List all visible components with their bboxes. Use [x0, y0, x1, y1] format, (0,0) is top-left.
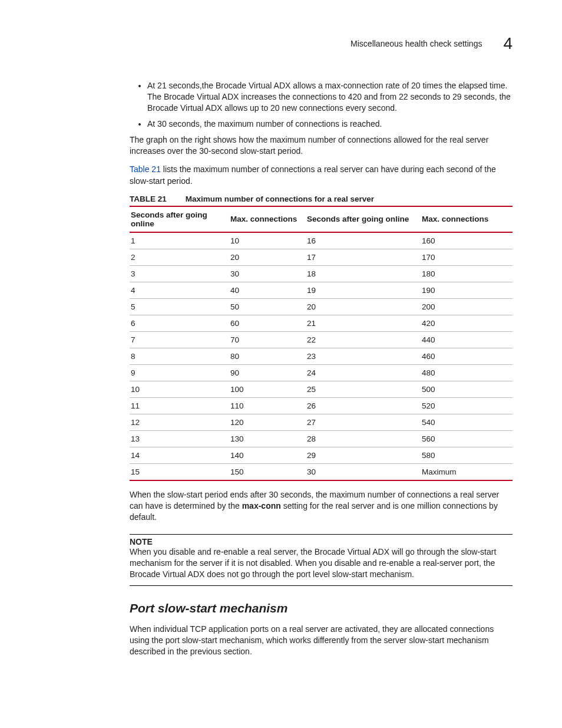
table-cell: 50 — [229, 298, 306, 315]
table-cell: 22 — [306, 331, 421, 348]
paragraph-text: lists the maximum number of connections … — [130, 164, 496, 185]
table-cell: 16 — [306, 232, 421, 249]
table-cell: 120 — [229, 414, 306, 430]
table-row: 1515030Maximum — [130, 463, 513, 480]
table-cell: 18 — [306, 265, 421, 282]
paragraph-after-table: When the slow-start period ends after 30… — [130, 489, 513, 523]
table-cell: 8 — [130, 348, 229, 364]
cross-reference-link[interactable]: Table 21 — [130, 164, 161, 174]
table-cell: 7 — [130, 331, 229, 348]
table-cell: 90 — [229, 364, 306, 381]
table-cell: 420 — [421, 315, 513, 331]
table-row: 22017170 — [130, 249, 513, 265]
note-block: NOTE When you disable and re-enable a re… — [130, 534, 513, 586]
table-cell: 480 — [421, 364, 513, 381]
chapter-number: 4 — [503, 34, 513, 53]
table-cell: 30 — [306, 463, 421, 480]
col-header: Seconds after going online — [130, 206, 229, 232]
table-cell: 520 — [421, 397, 513, 414]
table-cell: 80 — [229, 348, 306, 364]
table-cell: 500 — [421, 381, 513, 397]
table-cell: 150 — [229, 463, 306, 480]
table-label: TABLE 21 — [130, 195, 167, 203]
table-cell: 190 — [421, 282, 513, 298]
table-row: 1212027540 — [130, 414, 513, 430]
connections-table: Seconds after going online Max. connecti… — [130, 206, 513, 481]
table-cell: 30 — [229, 265, 306, 282]
table-cell: 560 — [421, 430, 513, 447]
table-row: 66021420 — [130, 315, 513, 331]
table-row: 77022440 — [130, 331, 513, 348]
table-cell: 440 — [421, 331, 513, 348]
table-cell: 26 — [306, 397, 421, 414]
table-cell: 28 — [306, 430, 421, 447]
table-cell: 20 — [306, 298, 421, 315]
table-cell: 100 — [229, 381, 306, 397]
table-row: 1414029580 — [130, 447, 513, 463]
table-row: 99024480 — [130, 364, 513, 381]
table-cell: 11 — [130, 397, 229, 414]
table-cell: 110 — [229, 397, 306, 414]
table-cell: Maximum — [421, 463, 513, 480]
paragraph-table-ref: Table 21 lists the maximum number of con… — [130, 164, 513, 187]
table-cell: 130 — [229, 430, 306, 447]
table-cell: 60 — [229, 315, 306, 331]
table-cell: 15 — [130, 463, 229, 480]
list-item: At 21 seconds,the Brocade Virtual ADX al… — [147, 80, 513, 114]
table-cell: 10 — [229, 232, 306, 249]
table-cell: 1 — [130, 232, 229, 249]
col-header: Max. connections — [229, 206, 306, 232]
table-cell: 460 — [421, 348, 513, 364]
table-row: 55020200 — [130, 298, 513, 315]
col-header: Seconds after going online — [306, 206, 421, 232]
table-header-row: Seconds after going online Max. connecti… — [130, 206, 513, 232]
table-cell: 180 — [421, 265, 513, 282]
table-cell: 27 — [306, 414, 421, 430]
bullet-list: At 21 seconds,the Brocade Virtual ADX al… — [130, 80, 513, 130]
table-cell: 21 — [306, 315, 421, 331]
table-cell: 10 — [130, 381, 229, 397]
table-cell: 14 — [130, 447, 229, 463]
note-body: When you disable and re-enable a real se… — [130, 546, 513, 586]
table-cell: 540 — [421, 414, 513, 430]
table-row: 1313028560 — [130, 430, 513, 447]
table-cell: 160 — [421, 232, 513, 249]
table-cell: 580 — [421, 447, 513, 463]
table-cell: 4 — [130, 282, 229, 298]
table-cell: 2 — [130, 249, 229, 265]
table-row: 33018180 — [130, 265, 513, 282]
header-title: Miscellaneous health check settings — [351, 39, 482, 48]
paragraph-port-slow-start: When individual TCP application ports on… — [130, 624, 513, 658]
table-cell: 13 — [130, 430, 229, 447]
table-cell: 23 — [306, 348, 421, 364]
table-cell: 9 — [130, 364, 229, 381]
section-heading-port-slow-start: Port slow-start mechanism — [130, 601, 513, 615]
table-cell: 3 — [130, 265, 229, 282]
table-cell: 17 — [306, 249, 421, 265]
table-title: Maximum number of connections for a real… — [186, 195, 374, 203]
list-item: At 30 seconds, the maximum number of con… — [147, 118, 513, 130]
table-cell: 12 — [130, 414, 229, 430]
table-cell: 170 — [421, 249, 513, 265]
table-row: 1010025500 — [130, 381, 513, 397]
table-cell: 5 — [130, 298, 229, 315]
col-header: Max. connections — [421, 206, 513, 232]
table-cell: 20 — [229, 249, 306, 265]
table-cell: 25 — [306, 381, 421, 397]
table-row: 88023460 — [130, 348, 513, 364]
table-cell: 19 — [306, 282, 421, 298]
table-cell: 70 — [229, 331, 306, 348]
table-row: 44019190 — [130, 282, 513, 298]
table-caption: TABLE 21 Maximum number of connections f… — [130, 194, 513, 203]
table-cell: 6 — [130, 315, 229, 331]
table-cell: 29 — [306, 447, 421, 463]
table-row: 1111026520 — [130, 397, 513, 414]
table-row: 11016160 — [130, 232, 513, 249]
keyword-max-conn: max-conn — [242, 501, 281, 510]
table-cell: 24 — [306, 364, 421, 381]
table-cell: 140 — [229, 447, 306, 463]
table-cell: 200 — [421, 298, 513, 315]
paragraph-graph: The graph on the right shows how the max… — [130, 134, 513, 157]
note-heading: NOTE — [130, 534, 513, 546]
table-cell: 40 — [229, 282, 306, 298]
